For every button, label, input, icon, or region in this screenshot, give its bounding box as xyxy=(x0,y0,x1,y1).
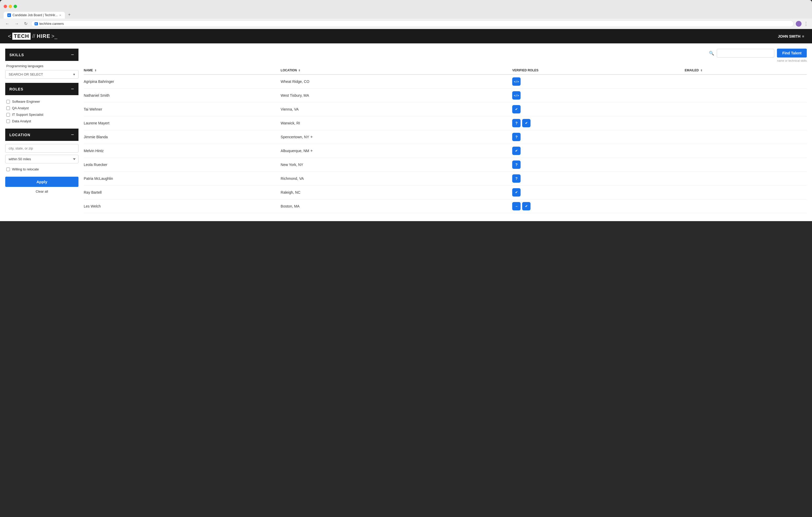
browser-menu-button[interactable]: ⋮ xyxy=(804,21,808,27)
profile-icon[interactable] xyxy=(796,21,802,27)
user-menu[interactable]: JOHN SMITH ≡ xyxy=(778,34,804,38)
forward-button[interactable]: → xyxy=(13,20,21,27)
refresh-button[interactable]: ↻ xyxy=(23,20,29,27)
talent-search-input[interactable] xyxy=(717,49,774,58)
candidate-name[interactable]: Ray Bartell xyxy=(84,186,281,200)
search-icon: 🔍 xyxy=(709,51,714,56)
question-badge: ? xyxy=(512,160,521,169)
candidate-name[interactable]: Tai Wehner xyxy=(84,102,281,116)
distance-select[interactable]: within 10 miles within 25 miles within 5… xyxy=(5,155,79,163)
role-it-support-specialist-checkbox[interactable] xyxy=(6,113,10,117)
table-row[interactable]: Melvin Hintz Albuquerque, NM ✈ ✔ xyxy=(84,144,807,158)
role-it-support-specialist[interactable]: IT Support Specialist xyxy=(5,111,79,118)
maximize-dot[interactable] xyxy=(13,5,17,8)
tab-close-button[interactable]: ✕ xyxy=(59,14,61,17)
active-tab[interactable]: K Candidate Job Board | TechHir... ✕ xyxy=(4,12,65,19)
role-qa-analyst[interactable]: QA Analyst xyxy=(5,105,79,111)
check-badge: ✔ xyxy=(512,105,521,114)
candidate-location: New York, NY xyxy=(281,158,512,172)
candidate-location: Albuquerque, NM ✈ xyxy=(281,144,512,158)
candidate-name[interactable]: Porfirio Muller xyxy=(84,213,281,216)
candidate-location: Warwick, RI xyxy=(281,116,512,130)
browser-toolbar: ← → ↻ K techhire.careers ⋮ xyxy=(0,19,812,29)
logo-tech: TECH xyxy=(12,33,31,40)
logo-cursor: >_ xyxy=(51,33,57,39)
address-text: techhire.careers xyxy=(39,22,790,26)
back-button[interactable]: ← xyxy=(4,20,11,27)
check-badge: ✔ xyxy=(512,188,521,196)
skills-header-label: SKILLS xyxy=(9,53,24,57)
user-name: JOHN SMITH xyxy=(778,34,800,38)
candidate-badges: ✔ xyxy=(512,186,685,200)
logo-hire: HIRE xyxy=(37,33,50,39)
candidate-name[interactable]: Agripina Bahringer xyxy=(84,74,281,89)
candidate-emailed xyxy=(685,74,807,89)
logo-slash: // xyxy=(32,33,35,39)
col-location[interactable]: LOCATION ⇕ xyxy=(281,66,512,74)
candidate-badges: ?✔ xyxy=(512,116,685,130)
tab-favicon: K xyxy=(7,13,11,17)
browser-tabs: K Candidate Job Board | TechHir... ✕ + xyxy=(0,11,812,19)
relocate-icon: ✈ xyxy=(310,135,313,139)
table-row[interactable]: Agripina Bahringer Wheat Ridge, CO </> xyxy=(84,74,807,89)
location-input[interactable] xyxy=(5,144,79,153)
candidate-emailed xyxy=(685,116,807,130)
candidate-location: Boston, MA xyxy=(281,200,512,213)
candidate-badges: ～✔ xyxy=(512,200,685,213)
table-row[interactable]: Ray Bartell Raleigh, NC ✔ xyxy=(84,186,807,200)
willing-to-relocate-checkbox[interactable] xyxy=(6,168,10,171)
apply-button[interactable]: Apply xyxy=(5,177,79,187)
close-dot[interactable] xyxy=(4,5,7,8)
candidate-name[interactable]: Melvin Hintz xyxy=(84,144,281,158)
check-badge: ✔ xyxy=(512,147,521,155)
roles-section: ROLES − Software Engineer QA Analyst IT … xyxy=(5,83,79,124)
top-nav: < TECH // HIRE >_ JOHN SMITH ≡ xyxy=(0,29,812,43)
check2-badge: ✔ xyxy=(522,119,530,127)
candidate-name[interactable]: Jimmie Blanda xyxy=(84,130,281,144)
tab-label: Candidate Job Board | TechHir... xyxy=(12,13,58,17)
role-qa-analyst-checkbox[interactable] xyxy=(6,107,10,110)
candidate-name[interactable]: Leola Ruecker xyxy=(84,158,281,172)
candidate-name[interactable]: Patria McLaughlin xyxy=(84,172,281,186)
table-row[interactable]: Leola Ruecker New York, NY ? xyxy=(84,158,807,172)
candidate-name[interactable]: Nathaniel Smith xyxy=(84,89,281,102)
role-data-analyst[interactable]: Data Analyst xyxy=(5,118,79,124)
table-row[interactable]: Porfirio Muller Peterstown, WV </> xyxy=(84,213,807,216)
location-section: LOCATION − within 10 miles within 25 mil… xyxy=(5,129,79,173)
skills-header: SKILLS − xyxy=(5,49,79,61)
skills-collapse-button[interactable]: − xyxy=(71,52,74,58)
check2-badge: ✔ xyxy=(522,202,530,210)
roles-collapse-button[interactable]: − xyxy=(71,86,74,92)
browser-dots xyxy=(4,5,17,8)
col-emailed[interactable]: EMAILED ⇕ xyxy=(685,66,807,74)
logo: < TECH // HIRE >_ xyxy=(8,33,57,40)
address-bar[interactable]: K techhire.careers xyxy=(31,20,794,27)
table-row[interactable]: Nathaniel Smith West Tisbury, MA </> xyxy=(84,89,807,102)
role-software-engineer[interactable]: Software Engineer xyxy=(5,98,79,105)
willing-to-relocate-checkbox-item[interactable]: Willing to relocate xyxy=(5,166,79,173)
candidate-name[interactable]: Laurene Mayert xyxy=(84,116,281,130)
table-row[interactable]: Les Welch Boston, MA ～✔ xyxy=(84,200,807,213)
candidate-badges: ✔ xyxy=(512,102,685,116)
find-talent-button[interactable]: Find Talent xyxy=(777,49,807,58)
location-header-label: LOCATION xyxy=(9,133,30,137)
table-row[interactable]: Tai Wehner Vienna, VA ✔ xyxy=(84,102,807,116)
candidate-badges: ? xyxy=(512,158,685,172)
new-tab-button[interactable]: + xyxy=(65,11,113,19)
role-data-analyst-checkbox[interactable] xyxy=(6,119,10,123)
table-row[interactable]: Laurene Mayert Warwick, RI ?✔ xyxy=(84,116,807,130)
code-badge: </> xyxy=(512,78,521,86)
col-verified-roles: VERIFIED ROLES xyxy=(512,66,685,74)
table-row[interactable]: Jimmie Blanda Spencertown, NY ✈ ? xyxy=(84,130,807,144)
skills-search-select[interactable]: SEARCH OR SELECT ▾ xyxy=(5,70,79,79)
clear-all-button[interactable]: Clear all xyxy=(5,189,79,193)
table-row[interactable]: Patria McLaughlin Richmond, VA ? xyxy=(84,172,807,186)
minimize-dot[interactable] xyxy=(9,5,12,8)
col-name[interactable]: NAME ⇕ xyxy=(84,66,281,74)
candidate-name[interactable]: Les Welch xyxy=(84,200,281,213)
location-sort-icon: ⇕ xyxy=(298,69,300,72)
location-collapse-button[interactable]: − xyxy=(71,132,74,138)
location-header: LOCATION − xyxy=(5,129,79,141)
role-software-engineer-checkbox[interactable] xyxy=(6,100,10,103)
candidate-badges: ✔ xyxy=(512,144,685,158)
